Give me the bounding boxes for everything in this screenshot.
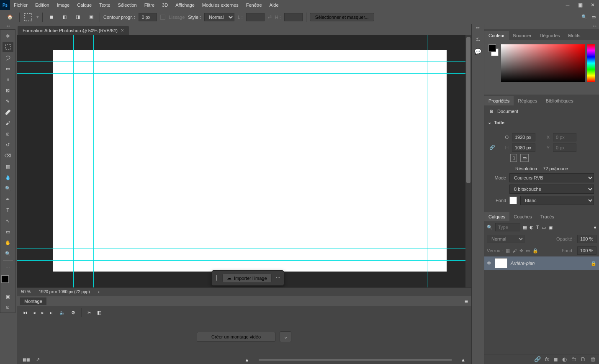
layer-fx-icon[interactable]: fx [545, 356, 549, 362]
tab-calques[interactable]: Calques [484, 212, 509, 221]
link-dims-icon[interactable]: 🔗 [489, 131, 495, 164]
layer-thumbnail[interactable] [495, 258, 507, 268]
layer-name[interactable]: Arrière-plan [511, 261, 535, 266]
layer-row[interactable]: 👁 Arrière-plan 🔒 [484, 256, 599, 270]
export-icon[interactable]: ↗ [36, 357, 40, 362]
scrollbar-thumb[interactable] [466, 37, 470, 183]
link-layers-icon[interactable]: 🔗 [534, 356, 541, 362]
collapse-right-icon[interactable]: »» [484, 24, 599, 29]
zoom-out-icon[interactable]: ▲ [245, 357, 249, 362]
color-swatches[interactable] [1, 275, 15, 289]
healing-brush-tool[interactable]: 🩹 [3, 107, 13, 117]
menu-edition[interactable]: Edition [31, 0, 53, 10]
filter-type-icon[interactable]: T [536, 225, 539, 230]
blend-mode-select[interactable]: Normal [487, 235, 524, 243]
menu-texte[interactable]: Texte [95, 0, 114, 10]
visibility-icon[interactable]: 👁 [487, 261, 491, 266]
object-select-tool[interactable]: ▭ [3, 64, 13, 74]
bit-depth-select[interactable]: 8 bits/couche [509, 185, 594, 194]
canvas[interactable] [53, 50, 447, 272]
zoom-level[interactable]: 50 % [21, 290, 31, 294]
tab-reglages[interactable]: Réglages [514, 96, 541, 105]
prev-frame-icon[interactable]: ◂ [33, 310, 36, 315]
window-close-icon[interactable]: ✕ [586, 0, 599, 10]
dodge-tool[interactable]: 🔍 [3, 183, 13, 193]
opacity-input[interactable] [577, 235, 596, 243]
window-minimize-icon[interactable]: ─ [561, 0, 574, 10]
more-icon[interactable]: ⋯ [276, 275, 280, 281]
selection-subtract-icon[interactable]: ◨ [73, 12, 83, 22]
clone-stamp-tool[interactable]: ⎚ [3, 129, 13, 139]
selection-add-icon[interactable]: ◧ [59, 12, 69, 22]
filter-smart-icon[interactable]: ▣ [548, 225, 553, 230]
guide-horizontal[interactable] [17, 260, 471, 261]
eyedropper-tool[interactable]: ✎ [3, 96, 13, 106]
tab-couleur[interactable]: Couleur [484, 31, 509, 40]
import-image-button[interactable]: ☁ Importer l'image [222, 273, 272, 283]
chevron-down-icon[interactable]: ⌄ [488, 120, 491, 125]
antialias-checkbox[interactable] [160, 15, 165, 20]
timeline-type-dropdown[interactable]: ⌄ [280, 331, 291, 342]
frame-tool[interactable]: ⊠ [3, 85, 13, 95]
color-field[interactable] [501, 44, 585, 82]
collapse-strip-icon[interactable]: »» [476, 26, 480, 30]
frames-icon[interactable]: ▦▦ [23, 357, 30, 362]
pen-tool[interactable]: ✒ [3, 194, 13, 204]
menu-3d[interactable]: 3D [158, 0, 172, 10]
lock-pixels-icon[interactable]: 🖌 [512, 248, 517, 253]
canvas-width-input[interactable] [512, 133, 535, 141]
gradient-tool[interactable]: ▦ [3, 161, 13, 172]
menu-image[interactable]: Image [53, 0, 74, 10]
menu-aide[interactable]: Aide [266, 0, 283, 10]
menu-selection[interactable]: Sélection [114, 0, 140, 10]
hue-slider[interactable] [587, 44, 595, 82]
guide-horizontal[interactable] [17, 61, 471, 62]
close-tab-icon[interactable]: × [121, 28, 124, 33]
layer-type-filter[interactable] [495, 223, 520, 231]
type-tool[interactable]: T [3, 205, 13, 215]
guide-horizontal[interactable] [17, 249, 471, 249]
split-icon[interactable]: ✂ [87, 310, 91, 315]
tab-motifs[interactable]: Motifs [564, 31, 584, 40]
fg-swatch[interactable] [488, 44, 496, 52]
tab-degrades[interactable]: Dégradés [536, 31, 564, 40]
tab-bibliotheques[interactable]: Bibliothèques [542, 96, 578, 105]
edit-toolbar-icon[interactable]: ⋯ [3, 262, 13, 272]
style-select[interactable]: Normal [204, 13, 234, 21]
tab-proprietes[interactable]: Propriétés [484, 96, 514, 105]
swap-wh-icon[interactable]: ⇄ [268, 14, 272, 20]
select-and-mask-button[interactable]: Sélectionner et masquer... [310, 13, 374, 21]
audio-icon[interactable]: 🔈 [59, 310, 65, 315]
lock-artboard-icon[interactable]: ▭ [526, 248, 530, 254]
timeline-menu-icon[interactable]: ≡ [465, 298, 468, 305]
new-layer-icon[interactable]: 🗋 [581, 356, 586, 362]
tab-couches[interactable]: Couches [509, 212, 536, 221]
history-panel-icon[interactable]: ⎌ [476, 36, 480, 42]
status-chevron-icon[interactable]: › [98, 290, 100, 294]
create-video-timeline-button[interactable]: Créer un montage vidéo [197, 332, 275, 342]
foreground-swatch[interactable] [1, 275, 9, 283]
comments-panel-icon[interactable]: 💬 [474, 48, 481, 55]
filter-pixel-icon[interactable]: ▦ [523, 225, 527, 230]
brush-tool[interactable]: 🖌 [3, 118, 13, 128]
selection-new-icon[interactable]: ◼ [46, 12, 56, 22]
lock-position-icon[interactable]: ✥ [519, 248, 523, 254]
shape-tool[interactable]: ▭ [3, 227, 13, 237]
canvas-height-input[interactable] [512, 144, 535, 152]
lasso-tool[interactable] [3, 53, 13, 63]
canvas-viewport[interactable]: ┃ ☁ Importer l'image ⋯ [17, 35, 471, 287]
background-select[interactable]: Blanc [520, 196, 594, 205]
zoom-tool[interactable]: 🔍 [3, 249, 13, 259]
group-icon[interactable]: 🗀 [571, 356, 576, 362]
color-mode-select[interactable]: Couleurs RVB [509, 173, 594, 182]
filter-kind-icon[interactable]: 🔍 [487, 225, 493, 230]
document-tab[interactable]: Formation Adobe Photoshop @ 50% (RVB/8#)… [18, 26, 129, 35]
tab-montage[interactable]: Montage [20, 297, 46, 305]
tab-traces[interactable]: Tracés [536, 212, 558, 221]
filter-adjust-icon[interactable]: ◐ [530, 225, 534, 230]
screenmode-tool[interactable]: ⎚ [3, 302, 13, 312]
transition-icon[interactable]: ◧ [97, 310, 101, 315]
marquee-tool-icon[interactable] [23, 12, 33, 22]
menu-fenetre[interactable]: Fenêtre [242, 0, 266, 10]
search-icon[interactable]: 🔍 [581, 14, 587, 20]
